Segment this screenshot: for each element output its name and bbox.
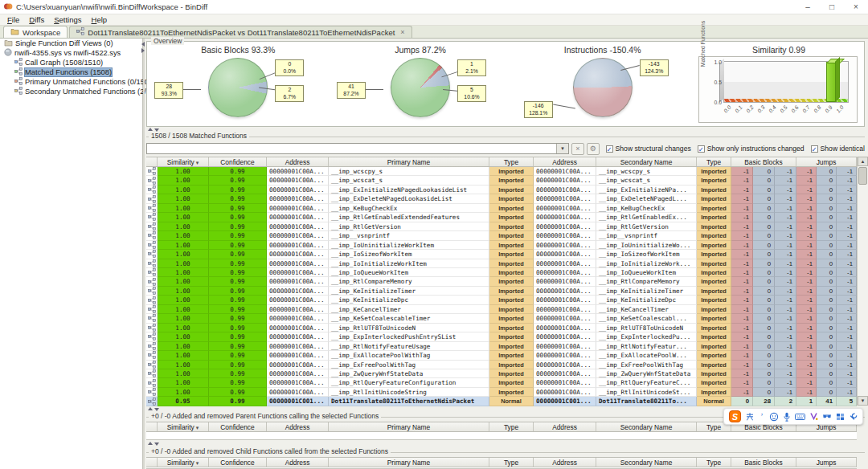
menu-diffs[interactable]: Diffs [24,15,49,24]
column-header-address[interactable]: Address [267,422,329,431]
sidebar-item[interactable]: Primary Unmatched Functions (0/1508) [0,77,142,87]
gear-icon[interactable]: ⚙ [587,143,600,155]
tab-workspace[interactable]: Workspace [3,26,68,38]
column-header-type[interactable]: Type [489,157,534,166]
sidebar-item[interactable]: Secondary Unmatched Functions (2/1510) [0,87,142,96]
cell-basic_blocks-1: 0 [753,296,775,304]
column-header-confidence[interactable]: Confidence [209,458,267,467]
column-header-type[interactable]: Type [697,157,731,166]
column-header-address[interactable]: Address [267,157,329,166]
sidebar-item[interactable]: Single Function Diff Views (0) [0,39,142,48]
smart-input-icon[interactable] [822,413,832,421]
filter-combobox[interactable]: ▼ [146,143,569,154]
table-row[interactable]: 1.000.9900000001C00A...__imp_KeInitializ… [146,287,857,296]
column-header-confidence[interactable]: Confidence [209,422,267,431]
grid-tools-icon[interactable] [836,413,845,421]
punctuation-icon[interactable]: ’ [759,412,765,422]
column-header-basic-blocks[interactable]: Basic Blocks [731,458,796,467]
column-header-secondary-name[interactable]: Secondary Name [596,422,697,431]
scroll-up-icon[interactable]: ▲ [858,157,868,166]
column-header-type[interactable]: Type [489,458,534,467]
column-header-jumps[interactable]: Jumps [796,458,857,467]
column-header-primary-name[interactable]: Primary Name [329,422,489,431]
table-row[interactable]: 1.000.9900000001C00A...__imp_IoQueueWork… [146,268,857,277]
table-row[interactable]: 1.000.9900000001C00A...__imp_KeSetCoales… [146,314,857,323]
table-row[interactable]: 1.000.9900000001C00A...__imp_KeInitializ… [146,296,857,304]
column-header-address[interactable]: Address [534,157,596,166]
table-row[interactable]: 1.000.9900000001C00A...__imp_wcscat_sImp… [146,176,857,185]
table-row[interactable]: 1.000.9900000001C00A...__imp_IoInitializ… [146,259,857,268]
scrollbar-thumb[interactable] [858,167,867,185]
column-header-address[interactable]: Address [534,458,596,467]
column-header-primary-name[interactable]: Primary Name [329,458,489,467]
table-row[interactable]: 1.000.9900000001C00A...__imp_IoUninitial… [146,241,857,250]
column-header-secondary-name[interactable]: Secondary Name [596,458,697,467]
table-row[interactable]: 0.950.9900000001C001...Dot11Translate802… [146,397,857,406]
filter-input[interactable] [147,144,556,153]
table-row[interactable]: 1.000.9900000001C00A...__imp_ZwQueryWnfS… [146,369,857,378]
column-header-type[interactable]: Type [489,422,534,431]
table-row[interactable]: 1.000.9900000001C00A...__imp_ExpInterloc… [146,332,857,341]
sogou-logo-icon[interactable]: S [729,410,741,422]
column-header-primary-name[interactable]: Primary Name [329,157,489,166]
virtual-keyboard-icon[interactable] [795,413,805,421]
cell-basic_blocks-0: -1 [731,231,753,240]
table-row[interactable]: 1.000.9900000001C00A...__imp_RtlGetEnabl… [146,213,857,222]
column-header-address[interactable]: Address [534,422,596,431]
column-header-secondary-name[interactable]: Secondary Name [596,157,697,166]
vertical-scrollbar[interactable]: ▲ ▼ [857,157,868,406]
table-row[interactable]: 1.000.9900000001C00A...__imp_ExInitializ… [146,186,857,194]
minimize-button[interactable]: – [796,0,820,14]
table-row[interactable]: 1.000.9900000001C00A...__imp_ExFreePoolW… [146,361,857,369]
menu-help[interactable]: Help [87,15,113,24]
checkbox-show-structural-changes[interactable]: ✓Show structural changes [606,145,691,153]
table-row[interactable]: 1.000.9900000001C00A...__imp_KeCancelTim… [146,305,857,314]
sidebar-item[interactable]: Matched Functions (1508) [0,67,142,77]
collapse-down-icon[interactable] [154,442,159,446]
english-mode-icon[interactable] [745,412,755,422]
chevron-down-icon[interactable]: ▼ [556,144,568,153]
sidebar-item[interactable]: Call Graph (1508/1510) [0,58,142,67]
clear-filter-button[interactable]: × [571,143,584,155]
skin-icon[interactable] [809,412,818,421]
column-header-similarity[interactable]: Similarity ▾ [158,422,209,431]
close-button[interactable]: × [844,0,868,14]
sidebar-item[interactable]: nwifi-4355.sys vs nwifi-4522.sys [0,48,142,58]
toolbox-icon[interactable] [849,412,858,421]
voice-input-icon[interactable] [783,412,791,422]
column-header-jumps[interactable]: Jumps [796,157,857,166]
table-row[interactable]: 1.000.9900000001C00A...__imp_RtlInitUnic… [146,388,857,397]
table-row[interactable]: 1.000.9900000001C00A...__imp_RtlGetVersi… [146,222,857,231]
collapse-up-icon[interactable] [148,407,153,410]
table-row[interactable]: 1.000.9900000001C00A...__imp_KeBugCheckE… [146,204,857,213]
table-row[interactable]: 1.000.9900000001C00A...__imp_wcscpy_sImp… [146,167,857,176]
checkbox-show-identical[interactable]: ✓Show identical [811,145,865,153]
column-header-confidence[interactable]: Confidence [209,157,267,166]
cell-address: 00000001C00A... [267,342,329,351]
checkbox-show-only-instructions-changed[interactable]: ✓Show only instructions changed [698,145,805,153]
scroll-down-icon[interactable]: ▼ [858,396,868,406]
column-header-type[interactable]: Type [697,458,731,467]
cell-confidence: 0.99 [209,259,267,268]
cell-primary: __imp_IoUninitializeWorkItem [329,241,489,250]
table-row[interactable]: 1.000.9900000001C00A...__imp_IoSizeofWor… [146,250,857,259]
maximize-button[interactable]: □ [820,0,844,14]
collapse-up-icon[interactable] [148,442,153,445]
table-row[interactable]: 1.000.9900000001C00A...__imp_RtlQueryFea… [146,378,857,387]
table-row[interactable]: 1.000.9900000001C00A...__imp_RtlCompareM… [146,277,857,286]
cell-similarity: 1.00 [158,361,209,369]
column-header-similarity[interactable]: Similarity ▾ [158,458,209,467]
table-row[interactable]: 1.000.9900000001C00A...__imp_RtlUTF8ToUn… [146,324,857,332]
emoji-icon[interactable] [769,412,779,422]
column-header-similarity[interactable]: Similarity ▾ [158,157,209,166]
table-row[interactable]: 1.000.9900000001C00A...__imp_ExDeleteNPa… [146,194,857,203]
table-row[interactable]: 1.000.9900000001C00A...__imp_RtlNotifyFe… [146,342,857,351]
column-header-basic-blocks[interactable]: Basic Blocks [731,157,796,166]
table-row[interactable]: 1.000.9900000001C00A...__imp__vsnprintfI… [146,231,857,240]
column-header-address[interactable]: Address [267,458,329,467]
tab-diff-view[interactable]: Dot11Translate80211ToEthernetNdisPacket … [69,26,411,38]
table-row[interactable]: 1.000.9900000001C00A...__imp_ExAllocateP… [146,351,857,360]
tab-close-icon[interactable]: × [400,28,404,36]
menu-settings[interactable]: Settings [49,15,86,24]
menu-file[interactable]: File [2,15,24,24]
